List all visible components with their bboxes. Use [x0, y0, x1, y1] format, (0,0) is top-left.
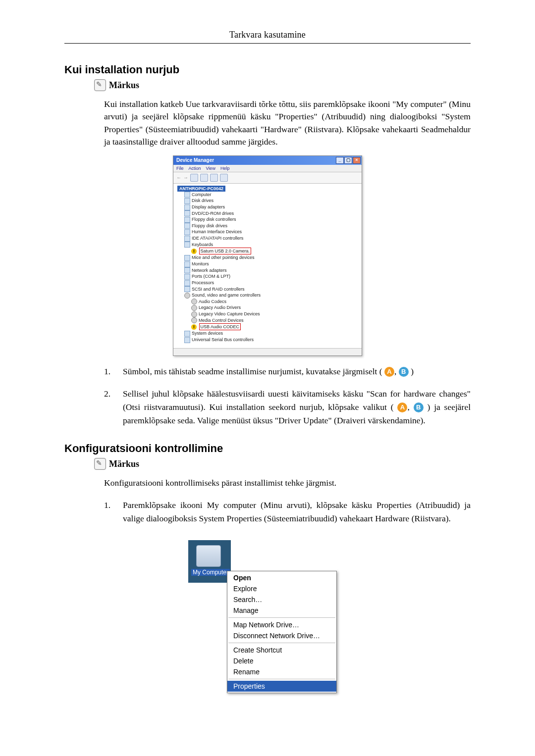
my-computer-icon[interactable] [196, 545, 221, 567]
section2-paragraph: Konfiguratsiooni kontrollimiseks pärast … [104, 477, 471, 489]
ctx-explore[interactable]: Explore [227, 583, 336, 594]
divider-top [64, 43, 471, 44]
tree-node[interactable]: Human Interface Devices [192, 229, 242, 234]
ctx-search[interactable]: Search… [227, 594, 336, 605]
note-icon [94, 458, 106, 470]
ctx-separator [228, 679, 335, 679]
tree-root[interactable]: ANTHROPIC-PC0042 [177, 186, 225, 192]
tree-node[interactable]: Sound, video and game controllers [192, 293, 261, 298]
list-item-text: Sümbol, mis tähistab seadme installimise… [123, 365, 414, 378]
menu-action[interactable]: Action [189, 166, 201, 171]
tree-node[interactable]: IDE ATA/ATAPI controllers [192, 236, 243, 241]
menu-view[interactable]: View [206, 166, 215, 171]
tree-node[interactable]: Processors [192, 280, 214, 285]
section1-title: Kui installation nurjub [64, 63, 471, 76]
tree-node[interactable]: System devices [192, 331, 223, 336]
menu-file[interactable]: File [176, 166, 184, 171]
list-number: 2. [104, 387, 114, 427]
section2-list: 1. Paremklõpsake ikooni My computer (Min… [104, 499, 471, 525]
ctx-rename[interactable]: Rename [227, 666, 336, 677]
badge-b-icon: B [414, 403, 424, 412]
list-item-text: Sellisel juhul klõpsake häälestusviisard… [123, 387, 471, 427]
tree-node[interactable]: Network adapters [192, 268, 227, 273]
context-menu: Open Explore Search… Manage Map Network … [227, 571, 337, 693]
failed-device-a[interactable]: Saturn USB 2.0 Camera. [199, 248, 252, 254]
failed-device-b[interactable]: USB Audio CODEC [199, 323, 241, 330]
tree-node[interactable]: Legacy Video Capture Devices [199, 311, 260, 316]
note-label: Märkus [109, 80, 139, 91]
toolbar-icon[interactable] [190, 174, 198, 182]
toolbar-icon[interactable] [210, 174, 218, 182]
ctx-manage[interactable]: Manage [227, 605, 336, 616]
ctx-map-drive[interactable]: Map Network Drive… [227, 619, 336, 630]
section1-list: 1. Sümbol, mis tähistab seadme installim… [104, 365, 471, 428]
tree-node[interactable]: SCSI and RAID controllers [192, 287, 245, 292]
section2-title: Konfiguratsiooni kontrollimine [64, 442, 471, 455]
tree-node[interactable]: Floppy disk controllers [192, 217, 236, 222]
page-header: Tarkvara kasutamine [64, 30, 471, 40]
ctx-separator [228, 617, 335, 618]
maximize-button[interactable]: ▢ [344, 157, 352, 164]
ctx-separator [228, 643, 335, 643]
context-menu-figure: My Computer Open Explore Search… Manage … [188, 540, 347, 721]
tree-node[interactable]: Mice and other pointing devices [192, 255, 255, 260]
tree-node[interactable]: Audio Codecs [199, 299, 226, 304]
list-number: 1. [104, 499, 114, 525]
dm-statusbar [173, 348, 362, 355]
tree-node[interactable]: Display adapters [192, 204, 225, 209]
badge-a-icon: A [397, 403, 407, 412]
tree-node[interactable]: Keyboards [192, 242, 213, 247]
dm-tree: ANTHROPIC-PC0042 Computer Disk drives Di… [173, 184, 362, 348]
badge-a-icon: A [384, 367, 394, 377]
tree-node[interactable]: Disk drives [192, 198, 214, 203]
tree-node[interactable]: Legacy Audio Drivers [199, 305, 241, 310]
warning-icon: ! [191, 324, 197, 330]
note-icon [94, 79, 106, 91]
close-button[interactable]: × [353, 157, 361, 164]
tree-node[interactable]: Universal Serial Bus controllers [192, 337, 254, 342]
dm-titlebar: Device Manager _ ▢ × [173, 156, 362, 165]
section1-paragraph: Kui installation katkeb Uue tarkvaraviis… [104, 98, 471, 149]
toolbar-icon[interactable] [220, 174, 228, 182]
ctx-delete[interactable]: Delete [227, 655, 336, 666]
tree-node[interactable]: Ports (COM & LPT) [192, 274, 230, 279]
badge-b-icon: B [399, 367, 409, 377]
ctx-properties[interactable]: Properties [227, 681, 336, 692]
ctx-create-shortcut[interactable]: Create Shortcut [227, 645, 336, 655]
warning-icon: ! [191, 249, 197, 254]
device-manager-window: Device Manager _ ▢ × File Action View He… [173, 155, 362, 356]
ctx-open[interactable]: Open [227, 572, 336, 583]
dm-toolbar: ← → [173, 172, 362, 184]
list-number: 1. [104, 365, 114, 378]
tree-node[interactable]: Monitors [192, 261, 209, 266]
toolbar-icon[interactable] [200, 174, 208, 182]
menu-help[interactable]: Help [220, 166, 230, 171]
dm-menubar: File Action View Help [173, 165, 362, 172]
note-label: Märkus [109, 459, 139, 469]
tree-node[interactable]: Floppy disk drives [192, 223, 227, 228]
list-item-text: Paremklõpsake ikooni My computer (Minu a… [123, 499, 471, 525]
ctx-disconnect-drive[interactable]: Disconnect Network Drive… [227, 630, 336, 641]
minimize-button[interactable]: _ [336, 157, 344, 164]
dm-title-text: Device Manager [176, 157, 214, 163]
tree-node[interactable]: Media Control Devices [199, 318, 244, 323]
tree-node[interactable]: Computer [192, 192, 212, 197]
tree-node[interactable]: DVD/CD-ROM drives [192, 211, 234, 216]
my-computer-label: My Computer [191, 569, 230, 576]
